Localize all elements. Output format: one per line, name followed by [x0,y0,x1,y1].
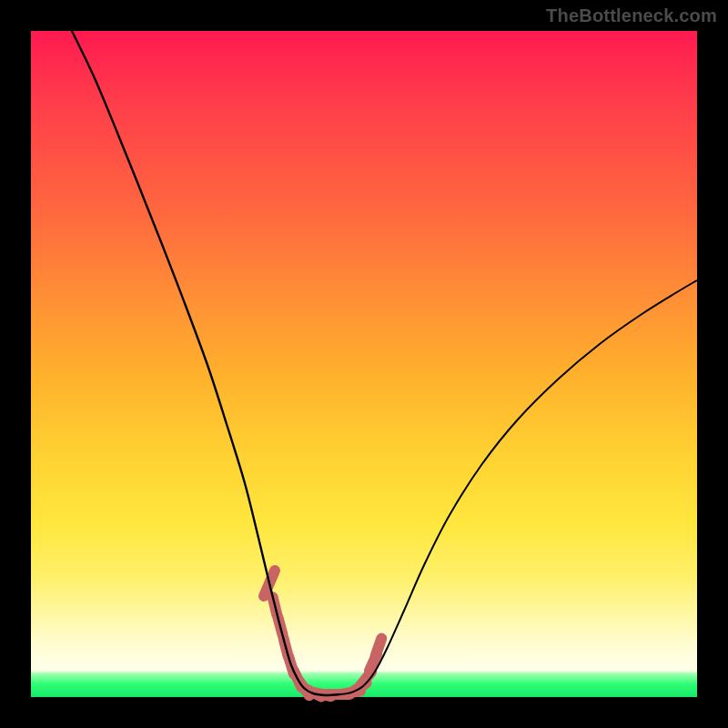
left-curve [72,31,340,695]
plot-area [31,31,697,697]
right-curve [340,280,697,694]
curve-layer [31,31,697,697]
chart-frame: TheBottleneck.com [0,0,728,728]
watermark-text: TheBottleneck.com [546,5,717,26]
marker-dot [376,639,382,656]
